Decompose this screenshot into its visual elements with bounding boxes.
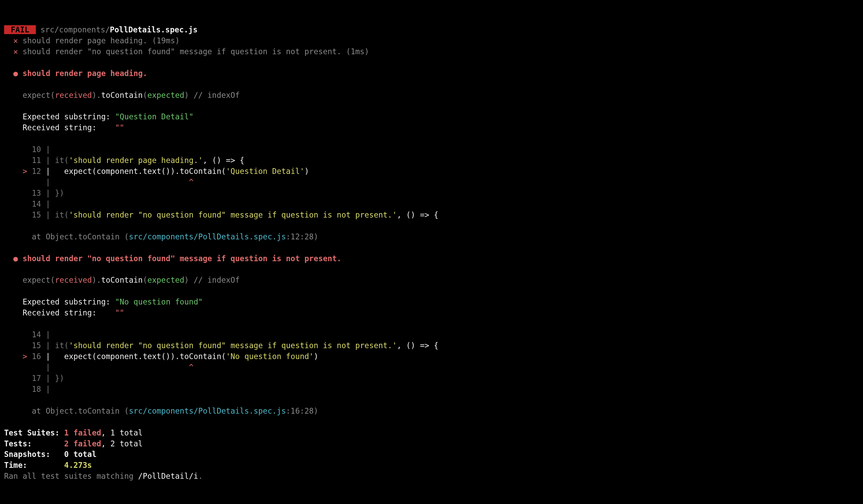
expected-label: Expected substring: <box>23 112 115 121</box>
summary-suites-failed: 1 failed <box>64 428 101 437</box>
code-rest: ) <box>314 352 318 361</box>
received-value: "" <box>115 123 124 132</box>
assert-comment: // indexOf <box>193 91 239 100</box>
received-value: "" <box>115 308 124 317</box>
assert-line: expect( <box>4 276 55 285</box>
string-literal: 'should render "no question found" messa… <box>69 341 397 350</box>
stack-loc: :16:28) <box>286 406 318 415</box>
received-label: Received string: <box>23 123 115 132</box>
code-line: 14 | <box>4 330 50 339</box>
caret-icon: ^ <box>189 178 194 187</box>
code-line: 15 | it( <box>4 341 69 350</box>
code-rest: , () => { <box>397 210 438 219</box>
assert-fn: toContain <box>101 91 142 100</box>
code-line: 10 | <box>4 145 50 154</box>
assert-line: expect( <box>4 91 55 100</box>
stack-loc: :12:28) <box>286 232 318 241</box>
caret-line: | <box>4 178 189 187</box>
summary-suites-total: , 1 total <box>101 428 142 437</box>
code-line: 18 | <box>4 385 50 393</box>
error-line-marker: > <box>4 352 32 361</box>
assert-close: ) <box>184 276 193 285</box>
failed-test-title-2: should render "no question found" messag… <box>23 254 341 263</box>
assert-dot: ). <box>92 276 101 285</box>
assert-comment: // indexOf <box>193 276 239 285</box>
expected-value: "No question found" <box>115 297 203 306</box>
summary-time-value: 4.273s <box>64 461 92 469</box>
stack-file: src/components/PollDetails.spec.js <box>129 406 286 415</box>
bullet-icon: ● <box>13 69 18 78</box>
summary-test-suites-label: Test Suites: <box>4 428 64 437</box>
summary-time-label: Time: <box>4 461 64 469</box>
caret-line: | <box>4 363 189 372</box>
string-literal: 'Question Detail' <box>226 167 304 176</box>
assert-close: ) <box>184 91 193 100</box>
fail-badge: FAIL <box>4 25 36 34</box>
line-number: 16 <box>32 352 41 361</box>
failed-test-title-1: should render page heading. <box>23 69 147 78</box>
assert-fn: toContain <box>101 276 142 285</box>
bullet-icon: ● <box>13 254 18 263</box>
summary-snapshots: Snapshots: 0 total <box>4 450 97 459</box>
code-rest: | expect(component.text()).toContain( <box>41 167 226 176</box>
terminal-output: FAIL src/components/PollDetails.spec.js … <box>4 25 859 482</box>
summary-tests-failed: 2 failed <box>64 439 101 448</box>
caret-icon: ^ <box>189 363 194 372</box>
code-rest: | expect(component.text()).toContain( <box>41 352 226 361</box>
code-line: 13 | }) <box>4 189 64 198</box>
file-path-dir: src/components/ <box>36 25 110 34</box>
assert-open: ( <box>142 91 147 100</box>
expected-token: expected <box>147 91 184 100</box>
stack-prefix: at Object.toContain ( <box>4 406 129 415</box>
expected-value: "Question Detail" <box>115 112 193 121</box>
stack-prefix: at Object.toContain ( <box>4 232 129 241</box>
assert-dot: ). <box>92 91 101 100</box>
received-token: received <box>55 276 92 285</box>
string-literal: 'No question found' <box>226 352 313 361</box>
string-literal: 'should render page heading.' <box>69 156 203 165</box>
code-rest: ) <box>304 167 309 176</box>
assert-open: ( <box>142 276 147 285</box>
code-line: 14 | <box>4 200 50 209</box>
expected-label: Expected substring: <box>23 297 115 306</box>
string-literal: 'should render "no question found" messa… <box>69 210 397 219</box>
stack-file: src/components/PollDetails.spec.js <box>129 232 286 241</box>
fail-x-icon: ✕ <box>13 36 18 45</box>
fail-x-icon: ✕ <box>13 47 18 56</box>
summary-tests-label: Tests: <box>4 439 64 448</box>
ran-suites-pattern: /PollDetail/i <box>138 471 198 480</box>
code-line: 15 | it( <box>4 210 69 219</box>
expected-token: expected <box>147 276 184 285</box>
ran-suites-suffix: . <box>198 471 203 480</box>
code-line: 17 | }) <box>4 374 64 382</box>
error-line-marker: > <box>4 167 32 176</box>
ran-suites-prefix: Ran all test suites matching <box>4 471 138 480</box>
received-label: Received string: <box>23 308 115 317</box>
file-path-name: PollDetails.spec.js <box>110 25 198 34</box>
test-line-2: should render "no question found" messag… <box>23 47 369 56</box>
summary-tests-total: , 2 total <box>101 439 142 448</box>
line-number: 12 <box>32 167 41 176</box>
code-rest: , () => { <box>203 156 245 165</box>
code-line: 11 | it( <box>4 156 69 165</box>
received-token: received <box>55 91 92 100</box>
test-line-1: should render page heading. (19ms) <box>23 36 180 45</box>
code-rest: , () => { <box>397 341 438 350</box>
